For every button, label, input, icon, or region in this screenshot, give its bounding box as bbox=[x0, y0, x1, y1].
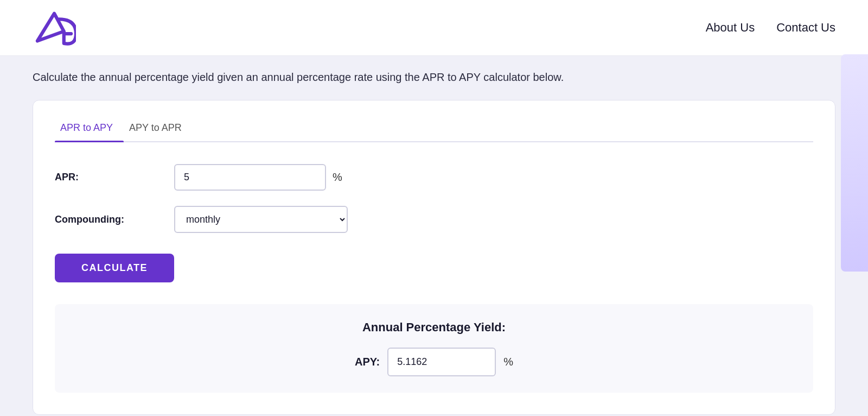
tab-apy-to-apr[interactable]: APY to APR bbox=[124, 117, 193, 141]
site-header: About Us Contact Us bbox=[0, 0, 868, 56]
nav-about[interactable]: About Us bbox=[706, 21, 755, 35]
apr-row: APR: % bbox=[55, 164, 435, 191]
apy-result-input[interactable] bbox=[387, 348, 496, 376]
apy-label: APY: bbox=[355, 356, 380, 368]
apr-input-wrapper: % bbox=[174, 164, 342, 191]
page-description: Calculate the annual percentage yield gi… bbox=[0, 56, 868, 94]
calculator-card: APR to APY APY to APR APR: % Compounding… bbox=[33, 100, 835, 415]
calculate-button[interactable]: CALCULATE bbox=[55, 254, 174, 282]
apr-input[interactable] bbox=[174, 164, 326, 191]
compounding-select[interactable]: monthly daily quarterly annually bbox=[174, 206, 348, 233]
right-decoration bbox=[841, 54, 868, 272]
calculate-btn-wrapper: CALCULATE bbox=[55, 248, 435, 282]
main-nav: About Us Contact Us bbox=[706, 21, 835, 35]
tab-bar: APR to APY APY to APR bbox=[55, 117, 813, 142]
compounding-label: Compounding: bbox=[55, 214, 163, 225]
compounding-row: Compounding: monthly daily quarterly ann… bbox=[55, 206, 435, 233]
apy-percent-symbol: % bbox=[503, 356, 513, 368]
nav-contact[interactable]: Contact Us bbox=[776, 21, 835, 35]
result-row: APY: % bbox=[355, 348, 513, 376]
apr-label: APR: bbox=[55, 172, 163, 183]
logo bbox=[33, 9, 76, 47]
form-section: APR: % Compounding: monthly daily quarte… bbox=[55, 164, 435, 282]
apr-percent-symbol: % bbox=[333, 171, 342, 184]
result-title: Annual Percentage Yield: bbox=[362, 320, 506, 335]
logo-icon bbox=[33, 9, 76, 47]
tab-apr-to-apy[interactable]: APR to APY bbox=[55, 117, 124, 141]
result-section: Annual Percentage Yield: APY: % bbox=[55, 304, 813, 393]
